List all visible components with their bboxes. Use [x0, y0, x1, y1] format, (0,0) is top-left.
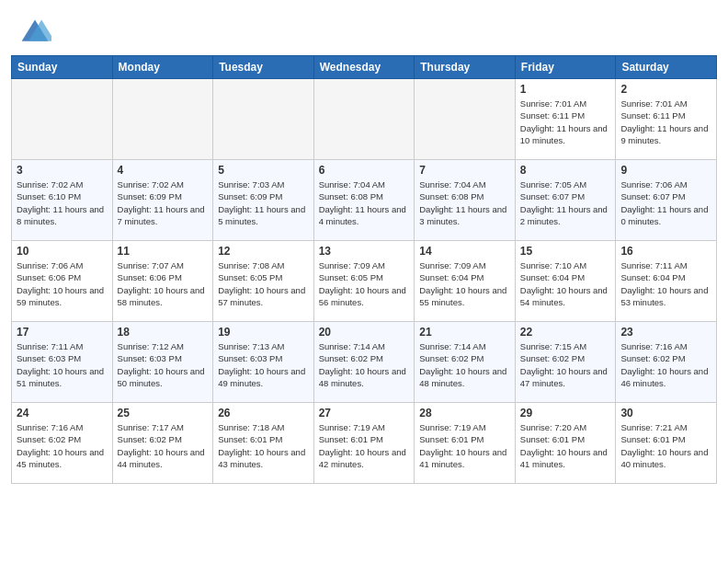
day-number: 2 [620, 83, 711, 96]
day-info: Sunrise: 7:06 AMSunset: 6:07 PMDaylight:… [620, 178, 711, 227]
weekday-header-tuesday: Tuesday [213, 56, 314, 79]
calendar: SundayMondayTuesdayWednesdayThursdayFrid… [0, 55, 728, 563]
day-cell: 20Sunrise: 7:14 AMSunset: 6:02 PMDayligh… [313, 322, 415, 403]
day-cell: 11Sunrise: 7:07 AMSunset: 6:06 PMDayligh… [112, 241, 213, 322]
day-cell: 16Sunrise: 7:11 AMSunset: 6:04 PMDayligh… [616, 241, 717, 322]
day-number: 11 [118, 245, 209, 258]
day-number: 10 [17, 245, 108, 258]
day-info: Sunrise: 7:14 AMSunset: 6:02 PMDaylight:… [319, 340, 410, 389]
day-number: 7 [419, 164, 510, 177]
day-cell: 7Sunrise: 7:04 AMSunset: 6:08 PMDaylight… [415, 160, 516, 241]
day-info: Sunrise: 7:02 AMSunset: 6:10 PMDaylight:… [17, 178, 108, 227]
day-info: Sunrise: 7:07 AMSunset: 6:06 PMDaylight:… [118, 259, 209, 308]
day-number: 1 [520, 83, 611, 96]
week-row-1: 1Sunrise: 7:01 AMSunset: 6:11 PMDaylight… [12, 79, 717, 160]
day-cell [415, 79, 516, 160]
day-info: Sunrise: 7:08 AMSunset: 6:05 PMDaylight:… [218, 259, 309, 308]
day-cell: 13Sunrise: 7:09 AMSunset: 6:05 PMDayligh… [313, 241, 415, 322]
day-number: 8 [520, 164, 611, 177]
day-info: Sunrise: 7:01 AMSunset: 6:11 PMDaylight:… [620, 98, 711, 146]
day-info: Sunrise: 7:09 AMSunset: 6:05 PMDaylight:… [319, 259, 410, 308]
day-number: 16 [620, 245, 711, 258]
day-number: 22 [520, 326, 611, 339]
day-cell: 21Sunrise: 7:14 AMSunset: 6:02 PMDayligh… [415, 322, 516, 403]
day-cell: 19Sunrise: 7:13 AMSunset: 6:03 PMDayligh… [213, 322, 314, 403]
calendar-body: 1Sunrise: 7:01 AMSunset: 6:11 PMDaylight… [12, 79, 717, 484]
weekday-header-row: SundayMondayTuesdayWednesdayThursdayFrid… [12, 56, 717, 79]
week-row-5: 24Sunrise: 7:16 AMSunset: 6:02 PMDayligh… [12, 403, 717, 484]
weekday-header-saturday: Saturday [616, 56, 717, 79]
weekday-header-thursday: Thursday [415, 56, 516, 79]
day-cell: 4Sunrise: 7:02 AMSunset: 6:09 PMDaylight… [112, 160, 213, 241]
day-number: 25 [118, 407, 209, 419]
day-cell [112, 79, 213, 160]
day-info: Sunrise: 7:17 AMSunset: 6:02 PMDaylight:… [118, 421, 209, 470]
day-info: Sunrise: 7:02 AMSunset: 6:09 PMDaylight:… [118, 178, 209, 227]
day-cell: 2Sunrise: 7:01 AMSunset: 6:11 PMDaylight… [616, 79, 717, 160]
day-cell: 22Sunrise: 7:15 AMSunset: 6:02 PMDayligh… [515, 322, 616, 403]
day-info: Sunrise: 7:09 AMSunset: 6:04 PMDaylight:… [419, 259, 510, 308]
logo-icon [18, 15, 51, 48]
day-cell: 1Sunrise: 7:01 AMSunset: 6:11 PMDaylight… [515, 79, 616, 160]
day-number: 30 [620, 407, 711, 419]
day-number: 15 [520, 245, 611, 258]
day-info: Sunrise: 7:19 AMSunset: 6:01 PMDaylight:… [319, 421, 410, 470]
day-number: 6 [319, 164, 410, 177]
weekday-header-friday: Friday [515, 56, 616, 79]
day-number: 21 [419, 326, 510, 339]
page: SundayMondayTuesdayWednesdayThursdayFrid… [0, 0, 728, 563]
day-number: 14 [419, 245, 510, 258]
day-info: Sunrise: 7:16 AMSunset: 6:02 PMDaylight:… [620, 340, 711, 389]
day-number: 3 [17, 164, 108, 177]
day-number: 4 [118, 164, 209, 177]
day-cell: 30Sunrise: 7:21 AMSunset: 6:01 PMDayligh… [616, 403, 717, 484]
day-number: 18 [118, 326, 209, 339]
day-info: Sunrise: 7:19 AMSunset: 6:01 PMDaylight:… [419, 421, 510, 470]
day-info: Sunrise: 7:04 AMSunset: 6:08 PMDaylight:… [319, 178, 410, 227]
calendar-header: SundayMondayTuesdayWednesdayThursdayFrid… [12, 56, 717, 79]
day-number: 12 [218, 245, 309, 258]
week-row-2: 3Sunrise: 7:02 AMSunset: 6:10 PMDaylight… [12, 160, 717, 241]
header [0, 0, 728, 55]
day-cell: 9Sunrise: 7:06 AMSunset: 6:07 PMDaylight… [616, 160, 717, 241]
day-info: Sunrise: 7:18 AMSunset: 6:01 PMDaylight:… [218, 421, 309, 470]
day-cell: 15Sunrise: 7:10 AMSunset: 6:04 PMDayligh… [515, 241, 616, 322]
weekday-header-monday: Monday [112, 56, 213, 79]
day-cell: 14Sunrise: 7:09 AMSunset: 6:04 PMDayligh… [415, 241, 516, 322]
day-cell: 12Sunrise: 7:08 AMSunset: 6:05 PMDayligh… [213, 241, 314, 322]
day-number: 20 [319, 326, 410, 339]
day-cell: 29Sunrise: 7:20 AMSunset: 6:01 PMDayligh… [515, 403, 616, 484]
day-info: Sunrise: 7:05 AMSunset: 6:07 PMDaylight:… [520, 178, 611, 227]
day-cell: 17Sunrise: 7:11 AMSunset: 6:03 PMDayligh… [12, 322, 113, 403]
day-info: Sunrise: 7:10 AMSunset: 6:04 PMDaylight:… [520, 259, 611, 308]
day-info: Sunrise: 7:06 AMSunset: 6:06 PMDaylight:… [17, 259, 108, 308]
day-cell [213, 79, 314, 160]
day-info: Sunrise: 7:20 AMSunset: 6:01 PMDaylight:… [520, 421, 611, 470]
day-cell: 10Sunrise: 7:06 AMSunset: 6:06 PMDayligh… [12, 241, 113, 322]
logo [18, 15, 55, 48]
day-cell: 27Sunrise: 7:19 AMSunset: 6:01 PMDayligh… [313, 403, 415, 484]
day-info: Sunrise: 7:16 AMSunset: 6:02 PMDaylight:… [17, 421, 108, 470]
day-cell: 25Sunrise: 7:17 AMSunset: 6:02 PMDayligh… [112, 403, 213, 484]
day-number: 28 [419, 407, 510, 419]
day-cell: 18Sunrise: 7:12 AMSunset: 6:03 PMDayligh… [112, 322, 213, 403]
calendar-table: SundayMondayTuesdayWednesdayThursdayFrid… [11, 55, 717, 484]
day-cell [313, 79, 415, 160]
day-number: 5 [218, 164, 309, 177]
day-cell [12, 79, 113, 160]
day-cell: 6Sunrise: 7:04 AMSunset: 6:08 PMDaylight… [313, 160, 415, 241]
day-info: Sunrise: 7:11 AMSunset: 6:03 PMDaylight:… [17, 340, 108, 389]
day-cell: 8Sunrise: 7:05 AMSunset: 6:07 PMDaylight… [515, 160, 616, 241]
day-number: 29 [520, 407, 611, 419]
day-info: Sunrise: 7:04 AMSunset: 6:08 PMDaylight:… [419, 178, 510, 227]
day-number: 27 [319, 407, 410, 419]
day-number: 24 [17, 407, 108, 419]
day-number: 19 [218, 326, 309, 339]
day-number: 23 [620, 326, 711, 339]
day-number: 17 [17, 326, 108, 339]
day-info: Sunrise: 7:15 AMSunset: 6:02 PMDaylight:… [520, 340, 611, 389]
day-cell: 23Sunrise: 7:16 AMSunset: 6:02 PMDayligh… [616, 322, 717, 403]
day-info: Sunrise: 7:14 AMSunset: 6:02 PMDaylight:… [419, 340, 510, 389]
day-number: 26 [218, 407, 309, 419]
day-cell: 5Sunrise: 7:03 AMSunset: 6:09 PMDaylight… [213, 160, 314, 241]
